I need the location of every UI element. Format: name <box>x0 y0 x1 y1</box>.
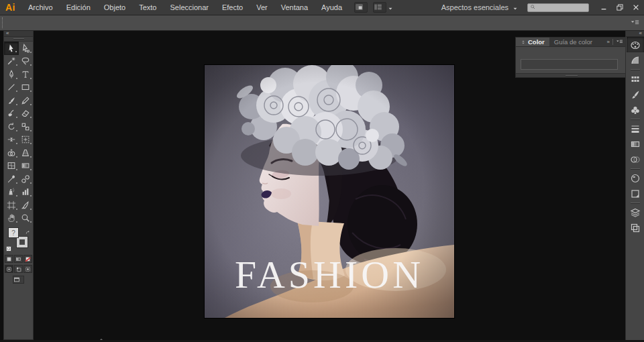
selection-tool-icon <box>7 44 16 53</box>
tool-paintbrush-button[interactable] <box>4 94 19 107</box>
tool-type-button[interactable] <box>19 68 34 81</box>
dock-panel-stroke-button[interactable] <box>627 121 644 136</box>
draw-behind-button[interactable] <box>14 265 23 273</box>
tool-width-button[interactable] <box>4 133 19 147</box>
tool-blend-button[interactable] <box>19 172 34 186</box>
menu-texto[interactable]: Texto <box>132 0 163 15</box>
menu-efecto[interactable]: Efecto <box>215 0 250 15</box>
menu-seleccionar[interactable]: Seleccionar <box>163 0 215 15</box>
tool-direct-selection-button[interactable] <box>19 42 34 55</box>
search-input[interactable] <box>585 4 586 11</box>
tabbar-fill <box>597 38 607 46</box>
tool-eyedropper-button[interactable] <box>4 172 19 186</box>
tool-magic-wand-button[interactable] <box>4 55 19 68</box>
artwork-fashion-poster[interactable]: FASHION <box>205 65 454 318</box>
tab-guia-de-color[interactable]: Guía de color <box>549 38 597 46</box>
dock-collapse-button[interactable]: « <box>626 31 644 37</box>
dock-panel-transparency-button[interactable] <box>627 152 644 167</box>
menubar: Ai ArchivoEdiciónObjetoTextoSeleccionarE… <box>0 0 644 15</box>
menu-ventana[interactable]: Ventana <box>274 0 315 15</box>
dock-panel-symbols-button[interactable] <box>627 102 644 117</box>
pen-tool-icon <box>7 70 16 79</box>
dock-panel-graphic-styles-button[interactable] <box>627 186 644 201</box>
appearance-icon <box>630 173 641 184</box>
tool-eraser-button[interactable] <box>19 107 34 121</box>
tool-pencil-button[interactable] <box>19 94 34 107</box>
screen-mode-icon <box>13 276 20 283</box>
draw-inside-button[interactable] <box>23 265 32 273</box>
swap-fill-stroke-button[interactable] <box>25 227 31 233</box>
search-box[interactable] <box>527 3 589 12</box>
color-spectrum-ramp[interactable] <box>521 59 618 70</box>
tool-zoom-button[interactable] <box>19 212 34 225</box>
fill-swatch[interactable]: ? <box>8 227 19 238</box>
panel-expand-button[interactable]: » <box>607 40 610 45</box>
color-guide-icon <box>630 55 641 66</box>
tool-selection-button[interactable] <box>4 42 19 55</box>
app-logo[interactable]: Ai <box>0 2 21 13</box>
dock-panel-color-button[interactable] <box>627 37 644 52</box>
tool-blob-brush-button[interactable] <box>4 107 19 121</box>
workspace-layout-button[interactable] <box>373 2 386 13</box>
tool-artboard-button[interactable] <box>4 198 19 212</box>
tool-symbol-sprayer-button[interactable] <box>4 186 19 199</box>
tool-perspective-grid-button[interactable] <box>19 146 34 160</box>
tool-rectangle-button[interactable] <box>19 81 34 95</box>
tool-gradient-button[interactable] <box>19 160 34 173</box>
dropdown-arrow-icon-wrap <box>513 5 518 10</box>
line-segment-tool-icon <box>7 82 16 92</box>
dock-panel-appearance-button[interactable] <box>627 170 644 186</box>
none-paint-button[interactable] <box>23 255 32 263</box>
menu-ayuda[interactable]: Ayuda <box>315 0 349 15</box>
workspace-layout-dropdown[interactable] <box>388 5 393 10</box>
screen-mode-button[interactable] <box>13 276 24 284</box>
tools-panel-collapse-button[interactable]: « <box>4 31 33 37</box>
color-panel-menu-button[interactable] <box>616 38 624 46</box>
tool-column-graph-button[interactable] <box>19 186 34 199</box>
panel-dock: « <box>625 31 644 340</box>
slice-tool-icon <box>21 201 30 210</box>
fill-stroke-widget[interactable]: ? <box>4 226 33 253</box>
color-panel-resize-grip[interactable] <box>516 73 627 77</box>
tab-color[interactable]: Color <box>516 38 549 46</box>
tool-hand-button[interactable] <box>4 212 19 225</box>
dock-panel-gradient-button[interactable] <box>627 136 644 152</box>
dock-panel-swatches-button[interactable] <box>627 71 644 87</box>
menu-objeto[interactable]: Objeto <box>97 0 132 15</box>
control-bar-grip[interactable] <box>2 17 3 28</box>
dock-panel-artboards-button[interactable] <box>627 220 644 235</box>
arrange-documents-button[interactable] <box>354 2 368 13</box>
tools-panel-grip[interactable] <box>4 37 33 42</box>
tool-pen-button[interactable] <box>4 68 19 81</box>
paint-buttons-row <box>4 255 33 263</box>
tool-mesh-button[interactable] <box>4 160 19 173</box>
workspace-switcher-label: Aspectos esenciales <box>441 3 508 11</box>
tool-rotate-button[interactable] <box>4 120 19 133</box>
dock-panel-brushes-button[interactable] <box>627 87 644 102</box>
workspace-switcher[interactable]: Aspectos esenciales <box>441 3 518 11</box>
tool-scale-button[interactable] <box>19 120 34 133</box>
tool-shape-builder-button[interactable] <box>4 146 19 160</box>
menu-archivo[interactable]: Archivo <box>21 0 60 15</box>
close-button[interactable] <box>628 0 644 15</box>
menu-ver[interactable]: Ver <box>250 0 274 15</box>
gradient-paint-button[interactable] <box>14 255 23 263</box>
restore-button[interactable] <box>612 0 628 15</box>
control-bar-menu-button[interactable] <box>630 18 640 27</box>
draw-normal-button[interactable] <box>5 265 13 273</box>
tool-line-segment-button[interactable] <box>4 81 19 95</box>
dock-panel-color-guide-button[interactable] <box>627 52 644 68</box>
tab-label: Guía de color <box>554 38 592 46</box>
tool-free-transform-button[interactable] <box>19 133 34 147</box>
tool-slice-button[interactable] <box>19 198 34 212</box>
color-fill-icon <box>6 256 12 262</box>
minimize-button[interactable] <box>596 0 612 15</box>
minimize-icon <box>600 3 608 11</box>
dock-panel-layers-button[interactable] <box>627 205 644 220</box>
illustrator-window: { "chrome": { "logo": "Ai", "menu_items"… <box>0 0 644 342</box>
color-paint-button[interactable] <box>5 255 13 263</box>
menu-edicion[interactable]: Edición <box>60 0 97 15</box>
tool-lasso-button[interactable] <box>19 55 34 68</box>
stroke-swatch[interactable] <box>17 237 28 247</box>
default-fill-stroke-button[interactable] <box>6 246 11 251</box>
